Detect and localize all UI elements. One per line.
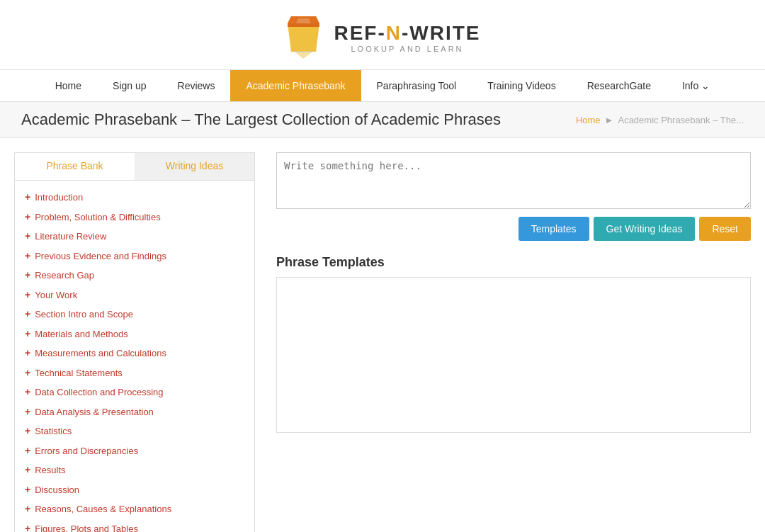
- phrase-label: Errors and Discrepancies: [35, 444, 138, 458]
- plus-icon: +: [25, 289, 30, 300]
- nav-inner: Home Sign up Reviews Academic Phrasebank…: [0, 70, 765, 101]
- main-nav: Home Sign up Reviews Academic Phrasebank…: [0, 69, 765, 102]
- phrase-label: Materials and Methods: [35, 327, 128, 341]
- plus-icon: +: [25, 425, 30, 436]
- list-item[interactable]: + Statistics: [15, 421, 254, 441]
- plus-icon: +: [25, 308, 30, 319]
- list-item[interactable]: + Problem, Solution & Difficulties: [15, 208, 254, 227]
- breadcrumb-bar: Academic Phrasebank – The Largest Collec…: [0, 102, 765, 138]
- list-item[interactable]: + Research Gap: [15, 266, 254, 285]
- phrase-templates-label: Phrase Templates: [276, 255, 751, 270]
- plus-icon: +: [25, 484, 30, 495]
- right-panel: Templates Get Writing Ideas Reset Phrase…: [255, 152, 751, 532]
- chevron-down-icon: ⌄: [701, 80, 710, 91]
- phrase-label: Introduction: [35, 191, 83, 205]
- reset-button[interactable]: Reset: [699, 217, 751, 241]
- header: REF-N-WRITE LOOKUP AND LEARN: [0, 0, 765, 69]
- breadcrumb-current: Academic Phrasebank – The...: [618, 115, 744, 125]
- breadcrumb: Home ► Academic Phrasebank – The...: [576, 115, 744, 125]
- plus-icon: +: [25, 328, 30, 339]
- nav-academic-phrasebank[interactable]: Academic Phrasebank: [230, 70, 361, 101]
- plus-icon: +: [25, 503, 30, 514]
- list-item[interactable]: + Literature Review: [15, 227, 254, 247]
- plus-icon: +: [25, 464, 30, 475]
- list-item[interactable]: + Data Analysis & Presentation: [15, 402, 254, 422]
- logo-title-ref: REF-: [334, 22, 385, 44]
- list-item[interactable]: + Reasons, Causes & Explanations: [15, 499, 254, 519]
- phrase-label: Technical Statements: [35, 366, 123, 380]
- logo-container: REF-N-WRITE LOOKUP AND LEARN: [284, 13, 480, 62]
- phrase-list: + Introduction + Problem, Solution & Dif…: [14, 181, 255, 532]
- nav-researchgate[interactable]: ResearchGate: [572, 70, 667, 101]
- svg-marker-4: [296, 18, 311, 23]
- plus-icon: +: [25, 191, 30, 203]
- nav-home[interactable]: Home: [40, 70, 97, 101]
- svg-marker-1: [295, 52, 312, 59]
- logo-title-n: N: [386, 22, 402, 44]
- plus-icon: +: [25, 406, 30, 417]
- button-row: Templates Get Writing Ideas Reset: [276, 217, 751, 241]
- sidebar: Phrase Bank Writing Ideas + Introduction…: [14, 152, 255, 532]
- list-item[interactable]: + Results: [15, 460, 254, 480]
- list-item[interactable]: + Errors and Discrepancies: [15, 441, 254, 461]
- list-item[interactable]: + Figures, Plots and Tables: [15, 519, 254, 533]
- get-writing-ideas-button[interactable]: Get Writing Ideas: [594, 217, 696, 241]
- nav-info[interactable]: Info ⌄: [667, 70, 725, 101]
- logo-icon: [284, 13, 327, 62]
- phrase-label: Reasons, Causes & Explanations: [35, 502, 171, 516]
- phrase-label: Data Collection and Processing: [35, 385, 163, 400]
- plus-icon: +: [25, 386, 30, 397]
- write-textarea[interactable]: [276, 152, 751, 209]
- list-item[interactable]: + Previous Evidence and Findings: [15, 247, 254, 266]
- list-item[interactable]: + Data Collection and Processing: [15, 383, 254, 402]
- logo-title-write: -WRITE: [402, 22, 481, 44]
- phrase-label: Measurements and Calculations: [35, 346, 166, 361]
- page-title: Academic Phrasebank – The Largest Collec…: [21, 111, 501, 129]
- nav-reviews[interactable]: Reviews: [162, 70, 231, 101]
- breadcrumb-home[interactable]: Home: [576, 115, 601, 125]
- nav-training-videos[interactable]: Training Videos: [472, 70, 572, 101]
- list-item[interactable]: + Discussion: [15, 480, 254, 500]
- list-item[interactable]: + Your Work: [15, 285, 254, 305]
- plus-icon: +: [25, 523, 30, 533]
- phrase-label: Literature Review: [35, 230, 106, 244]
- phrase-label: Previous Evidence and Findings: [35, 249, 166, 264]
- plus-icon: +: [25, 445, 30, 456]
- phrase-label: Results: [35, 463, 65, 477]
- phrase-label: Research Gap: [35, 268, 94, 283]
- plus-icon: +: [25, 367, 30, 378]
- phrase-label: Section Intro and Scope: [35, 307, 133, 322]
- templates-button[interactable]: Templates: [518, 217, 589, 241]
- main-content: Phrase Bank Writing Ideas + Introduction…: [0, 138, 765, 532]
- phrase-label: Statistics: [35, 424, 72, 438]
- list-item[interactable]: + Section Intro and Scope: [15, 305, 254, 324]
- plus-icon: +: [25, 347, 30, 358]
- svg-rect-3: [288, 23, 319, 27]
- nav-signup[interactable]: Sign up: [97, 70, 162, 101]
- nav-info-label: Info: [682, 80, 698, 91]
- logo-text: REF-N-WRITE LOOKUP AND LEARN: [334, 22, 480, 53]
- tab-writing-ideas[interactable]: Writing Ideas: [135, 153, 254, 180]
- nav-paraphrasing-tool[interactable]: Paraphrasing Tool: [361, 70, 472, 101]
- phrase-label: Data Analysis & Presentation: [35, 405, 154, 419]
- list-item[interactable]: + Introduction: [15, 188, 254, 208]
- templates-box: [276, 277, 751, 433]
- phrase-label: Your Work: [35, 288, 77, 302]
- plus-icon: +: [25, 230, 30, 242]
- phrase-label: Figures, Plots and Tables: [35, 522, 138, 533]
- list-item[interactable]: + Materials and Methods: [15, 324, 254, 344]
- tab-phrase-bank[interactable]: Phrase Bank: [15, 153, 135, 180]
- plus-icon: +: [25, 269, 30, 281]
- phrase-label: Problem, Solution & Difficulties: [35, 210, 161, 225]
- phrase-label: Discussion: [35, 483, 79, 497]
- list-item[interactable]: + Technical Statements: [15, 363, 254, 383]
- tab-bar: Phrase Bank Writing Ideas: [14, 152, 255, 181]
- logo-subtitle: LOOKUP AND LEARN: [334, 45, 480, 53]
- plus-icon: +: [25, 250, 30, 261]
- logo-title: REF-N-WRITE: [334, 22, 480, 45]
- breadcrumb-separator: ►: [605, 115, 614, 125]
- list-item[interactable]: + Measurements and Calculations: [15, 344, 254, 363]
- plus-icon: +: [25, 211, 30, 222]
